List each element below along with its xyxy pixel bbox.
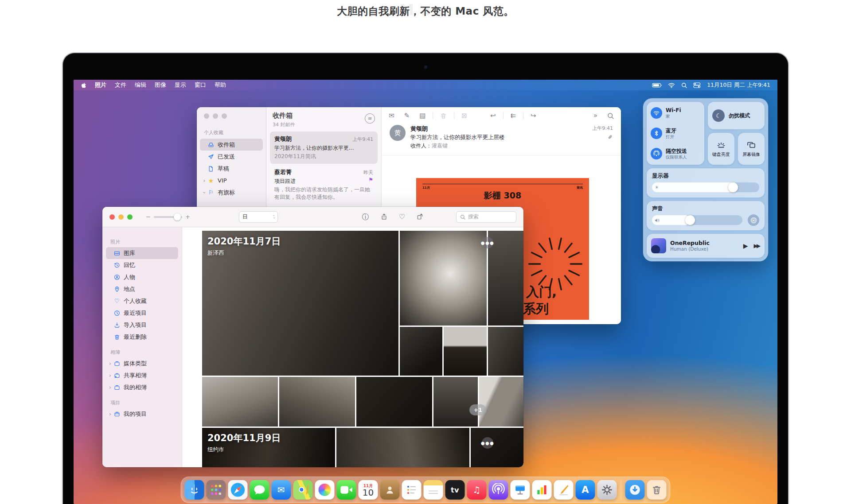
dock-icon-calendar[interactable]: 11月10 xyxy=(359,480,378,500)
chevron-right-icon[interactable]: › xyxy=(108,384,113,391)
menu-bar-clock[interactable]: 11月10日 周二 上午9:41 xyxy=(707,81,770,89)
mail-sidebar-item-flagged[interactable]: ›⚐有旗标 xyxy=(200,186,263,198)
dock-icon-facetime[interactable] xyxy=(337,480,356,500)
sidebar-item-people[interactable]: 人物 xyxy=(106,271,178,283)
photo-thumbnail[interactable] xyxy=(400,327,442,376)
sidebar-item-library[interactable]: 图库 xyxy=(106,247,178,259)
search-icon[interactable] xyxy=(681,82,687,88)
dock-icon-appstore[interactable]: A xyxy=(576,480,595,500)
compose-icon[interactable]: ✎ xyxy=(404,112,410,119)
photo-thumbnail[interactable] xyxy=(356,377,432,426)
sidebar-item-recently-deleted[interactable]: 最近删除 xyxy=(106,331,178,343)
menu-item[interactable]: 编辑 xyxy=(135,81,146,89)
volume-knob[interactable] xyxy=(685,215,695,225)
photo-thumbnail[interactable] xyxy=(433,377,478,426)
dock-icon-reminders[interactable] xyxy=(402,480,422,500)
sidebar-item-memories[interactable]: 回忆 xyxy=(106,259,178,271)
window-controls[interactable] xyxy=(109,214,133,220)
view-mode-select[interactable]: 日 ›› xyxy=(239,211,278,223)
mail-sidebar-item-inbox[interactable]: 收件箱 xyxy=(200,139,263,151)
brightness-knob[interactable] xyxy=(728,182,738,192)
volume-slider[interactable] xyxy=(652,215,742,225)
sidebar-item-media-types[interactable]: ›媒体类型 xyxy=(106,357,178,369)
forward-icon[interactable]: ↪ xyxy=(531,112,536,119)
control-center-icon[interactable] xyxy=(693,82,701,88)
screen-mirroring-button[interactable]: 屏幕镜像 xyxy=(738,133,765,165)
chevron-down-icon[interactable]: › xyxy=(201,190,207,195)
photo-thumbnail[interactable] xyxy=(400,231,487,326)
chevron-right-icon[interactable]: › xyxy=(108,372,113,379)
menu-item[interactable]: 帮助 xyxy=(215,81,226,89)
sidebar-item-recents[interactable]: 最近项目 xyxy=(106,307,178,319)
search-input[interactable]: 搜索 xyxy=(456,211,516,223)
menu-item[interactable]: 窗口 xyxy=(195,81,206,89)
wifi-icon[interactable] xyxy=(668,82,675,88)
keyboard-brightness-button[interactable]: 键盘亮度 xyxy=(708,133,734,165)
dock-icon-photos[interactable] xyxy=(315,480,335,500)
dock-icon-maps[interactable] xyxy=(293,480,313,500)
group-more-button[interactable]: ●●● xyxy=(482,237,493,248)
favorite-icon[interactable]: ♡ xyxy=(399,213,405,221)
envelope-icon[interactable]: ✉ xyxy=(389,112,394,119)
dock-icon-pages[interactable] xyxy=(554,480,574,500)
dock-icon-safari[interactable] xyxy=(228,480,248,500)
sidebar-item-imports[interactable]: 导入项目 xyxy=(106,319,178,331)
sidebar-item-my-albums[interactable]: ›我的相簿 xyxy=(106,381,178,393)
trash-icon[interactable] xyxy=(440,112,447,119)
archive-icon[interactable]: ▤ xyxy=(419,112,426,119)
menu-app-name[interactable]: 照片 xyxy=(95,81,106,89)
mail-sidebar-item-sent[interactable]: 已发送 xyxy=(200,151,263,163)
dock-icon-notes[interactable] xyxy=(424,480,443,500)
sidebar-item-favorites[interactable]: ♡个人收藏 xyxy=(106,295,178,307)
dock-icon-keynote[interactable] xyxy=(511,480,530,500)
do-not-disturb-toggle[interactable]: ☾ 勿扰模式 xyxy=(708,102,765,129)
airdrop-toggle[interactable]: 隔空投送仅限联系人 xyxy=(647,143,704,164)
sidebar-item-my-projects[interactable]: ›我的项目 xyxy=(106,408,178,420)
thumbnail-zoom-slider[interactable]: − + xyxy=(146,213,190,220)
photo-thumbnail[interactable] xyxy=(479,377,523,426)
window-controls[interactable] xyxy=(197,113,266,119)
filter-icon[interactable]: ≡ xyxy=(365,113,375,124)
more-photos-badge[interactable]: +1 xyxy=(469,404,486,415)
group-more-button[interactable]: ●●● xyxy=(482,437,493,449)
dock-icon-music[interactable]: ♫ xyxy=(467,480,487,500)
photo-thumbnail[interactable] xyxy=(202,377,278,426)
dock-icon-contacts[interactable] xyxy=(380,480,400,500)
reply-icon[interactable]: ↩ xyxy=(490,112,496,119)
mail-sidebar-item-drafts[interactable]: 草稿 xyxy=(200,163,263,174)
album-art[interactable] xyxy=(651,238,666,253)
dock-icon-launchpad[interactable] xyxy=(207,480,226,500)
photo-thumbnail[interactable] xyxy=(488,327,523,376)
photo-thumbnail[interactable] xyxy=(336,428,469,467)
photo-thumbnail[interactable] xyxy=(279,377,355,426)
bluetooth-toggle[interactable]: 蓝牙打开 xyxy=(647,123,704,143)
info-icon[interactable]: ⓘ xyxy=(362,213,369,221)
chevron-right-icon[interactable]: › xyxy=(108,361,113,367)
battery-icon[interactable] xyxy=(652,83,662,88)
display-brightness-slider[interactable]: ☀ xyxy=(652,182,759,192)
reply-all-icon[interactable]: ⇇ xyxy=(511,112,516,119)
fast-forward-icon[interactable]: ▶▶ xyxy=(754,243,759,249)
rotate-icon[interactable] xyxy=(417,213,423,221)
play-icon[interactable]: ▶ xyxy=(743,242,748,249)
dock-icon-messages[interactable] xyxy=(250,480,269,500)
airplay-button[interactable] xyxy=(748,214,759,226)
menu-item[interactable]: 显示 xyxy=(175,81,186,89)
dock-icon-tv[interactable]: tv xyxy=(445,480,465,500)
wifi-toggle[interactable]: Wi-Fi家 xyxy=(647,103,704,123)
photo-thumbnail[interactable] xyxy=(471,428,523,467)
chevron-right-icon[interactable]: › xyxy=(202,178,207,184)
mail-list-item[interactable]: 黄颂朗上午9:41 学习新方法，让你的摄影水平更... 2020年11月简讯 xyxy=(270,132,378,164)
sidebar-item-shared-albums[interactable]: ›共享相簿 xyxy=(106,369,178,381)
dock-icon-podcasts[interactable] xyxy=(489,480,508,500)
photo-thumbnail[interactable] xyxy=(444,327,487,376)
search-icon[interactable] xyxy=(607,112,614,119)
dock-icon-mail[interactable]: ✉ xyxy=(272,480,291,500)
apple-logo-icon[interactable] xyxy=(81,82,86,88)
mail-list-item[interactable]: 蔡若菁昨天 项目跟进 嗨，我把你的请求发给陈嫣名了，一旦她有回复，我会尽快通知你… xyxy=(270,165,378,205)
share-icon[interactable] xyxy=(381,213,387,221)
chevron-right-icon[interactable]: › xyxy=(108,411,113,417)
dock-icon-trash[interactable] xyxy=(647,480,667,500)
menu-item[interactable]: 文件 xyxy=(115,81,126,89)
junk-icon[interactable]: ⊠ xyxy=(461,112,467,119)
